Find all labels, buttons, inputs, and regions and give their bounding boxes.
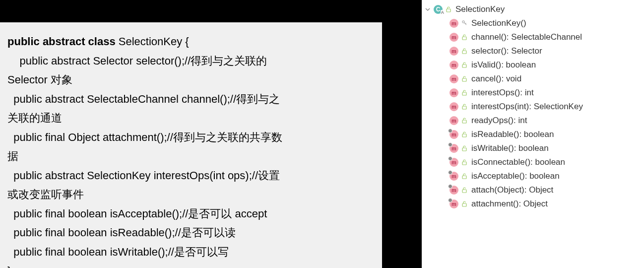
unlock-icon	[446, 6, 452, 13]
unlock-icon	[461, 103, 468, 110]
code-line: }	[7, 262, 375, 268]
code-line: Selector 对象	[7, 70, 375, 90]
code-line: 据	[7, 147, 375, 166]
method-icon: m	[450, 172, 458, 181]
code-panel: public abstract class SelectionKey { pub…	[0, 22, 382, 268]
tree-member-item[interactable]: mchannel(): SelectableChannel	[422, 30, 644, 44]
unlock-icon	[461, 89, 468, 96]
final-pin-icon	[448, 129, 452, 133]
svg-rect-2	[462, 37, 466, 40]
tree-member-item[interactable]: mreadyOps(): int	[422, 114, 644, 128]
member-label: interestOps(): int	[471, 88, 534, 98]
tree-member-item[interactable]: misAcceptable(): boolean	[422, 169, 644, 183]
tree-member-item[interactable]: misValid(): boolean	[422, 58, 644, 72]
final-pin-icon	[448, 184, 452, 189]
member-label: selector(): Selector	[471, 46, 542, 56]
svg-rect-9	[462, 134, 466, 137]
member-label: channel(): SelectableChannel	[471, 32, 582, 42]
code-line: 关联的通道	[7, 109, 375, 128]
method-icon: m	[450, 19, 458, 28]
structure-panel: C A SelectionKey mSelectionKey()mchannel…	[422, 0, 644, 268]
class-name: SelectionKey	[455, 4, 505, 14]
code-line: public abstract class SelectionKey {	[7, 32, 375, 52]
svg-rect-3	[462, 51, 466, 54]
svg-rect-13	[462, 190, 466, 193]
class-icon: C A	[434, 5, 443, 14]
method-icon: m	[450, 61, 458, 69]
member-label: isConnectable(): boolean	[471, 157, 565, 167]
final-pin-icon	[448, 198, 452, 202]
tree-member-item[interactable]: mselector(): Selector	[422, 44, 644, 58]
svg-rect-7	[462, 106, 466, 109]
tree-member-item[interactable]: misConnectable(): boolean	[422, 155, 644, 169]
code-line: public abstract Selector selector();//得到…	[7, 52, 375, 71]
method-icon: m	[450, 130, 458, 139]
method-icon: m	[450, 74, 458, 83]
member-label: isWritable(): boolean	[471, 143, 549, 153]
method-icon: m	[450, 102, 458, 111]
final-pin-icon	[448, 142, 452, 147]
svg-rect-6	[462, 92, 466, 95]
unlock-icon	[461, 145, 468, 152]
abstract-badge-icon: A	[441, 10, 445, 15]
unlock-icon	[461, 48, 468, 55]
tree-member-item[interactable]: mattach(Object): Object	[422, 183, 644, 197]
code-line: public final boolean isReadable();//是否可以…	[7, 223, 375, 243]
code-line: public abstract SelectableChannel channe…	[7, 90, 375, 109]
unlock-icon	[461, 201, 468, 207]
chevron-down-icon	[425, 6, 431, 12]
code-line: public final boolean isAcceptable();//是否…	[7, 204, 375, 224]
member-label: isAcceptable(): boolean	[471, 171, 560, 181]
svg-rect-8	[462, 120, 466, 123]
method-icon: m	[450, 200, 458, 208]
code-line: public abstract SelectionKey interestOps…	[7, 166, 375, 186]
svg-rect-12	[462, 176, 466, 179]
code-line: public final boolean isWritable();//是否可以…	[7, 243, 375, 262]
svg-rect-4	[462, 65, 466, 67]
member-label: isReadable(): boolean	[471, 130, 554, 139]
method-icon: m	[450, 144, 458, 153]
method-icon: m	[450, 33, 458, 42]
member-label: readyOps(): int	[471, 116, 527, 126]
member-label: interestOps(int): SelectionKey	[471, 102, 583, 112]
member-label: attach(Object): Object	[471, 185, 553, 195]
method-icon: m	[450, 186, 458, 195]
final-pin-icon	[448, 170, 452, 175]
svg-rect-5	[462, 78, 466, 81]
method-icon: m	[450, 88, 458, 97]
unlock-icon	[461, 75, 468, 82]
unlock-icon	[461, 131, 468, 138]
unlock-icon	[461, 173, 468, 180]
member-label: isValid(): boolean	[471, 60, 536, 70]
tree-member-item[interactable]: minterestOps(): int	[422, 86, 644, 100]
code-block: public abstract class SelectionKey { pub…	[7, 32, 375, 268]
tree-member-item[interactable]: minterestOps(int): SelectionKey	[422, 100, 644, 114]
unlock-icon	[461, 187, 468, 194]
code-line: 或改变监听事件	[7, 185, 375, 204]
svg-rect-14	[462, 203, 466, 206]
member-label: SelectionKey()	[471, 18, 526, 28]
panel-gap	[382, 0, 422, 268]
member-label: cancel(): void	[471, 74, 521, 84]
unlock-icon	[461, 34, 468, 41]
tree-member-item[interactable]: mattachment(): Object	[422, 197, 644, 211]
svg-rect-0	[447, 9, 451, 12]
final-pin-icon	[448, 156, 452, 161]
unlock-icon	[461, 117, 468, 124]
method-icon: m	[450, 47, 458, 56]
unlock-icon	[461, 62, 468, 68]
tree-member-item[interactable]: mcancel(): void	[422, 72, 644, 86]
tree-member-item[interactable]: misWritable(): boolean	[422, 141, 644, 155]
tree-member-item[interactable]: misReadable(): boolean	[422, 128, 644, 141]
tree-member-item[interactable]: mSelectionKey()	[422, 16, 644, 30]
key-icon	[461, 20, 468, 27]
unlock-icon	[461, 159, 468, 166]
method-icon: m	[450, 116, 458, 125]
method-icon: m	[450, 158, 458, 167]
code-line: public final Object attachment();//得到与之关…	[7, 128, 375, 147]
svg-rect-10	[462, 148, 466, 151]
svg-rect-11	[462, 162, 466, 165]
member-label: attachment(): Object	[471, 199, 548, 209]
tree-root-item[interactable]: C A SelectionKey	[422, 2, 644, 16]
